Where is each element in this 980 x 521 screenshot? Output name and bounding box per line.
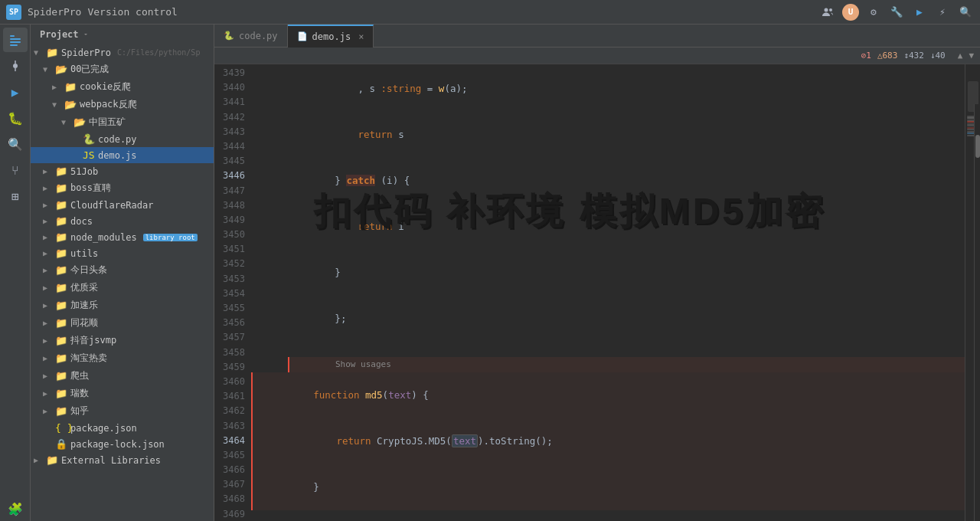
debug-icon[interactable]: ⚡: [934, 4, 951, 21]
tree-item-webpack[interactable]: ▼ 📂 webpack反爬: [31, 96, 214, 113]
code-line-3445: [251, 342, 965, 357]
editor-toolbar: ⊘1 △683 ↕432 ↓40 ▲ ▼: [214, 48, 980, 64]
code-line-3442: return i: [251, 204, 965, 250]
tree-item-jinritoutiao[interactable]: ▶ 📁 今日头条: [31, 261, 214, 279]
tree-item-douyinjsvmp[interactable]: ▶ 📁 抖音jsvmp: [31, 332, 214, 349]
people-icon[interactable]: [819, 4, 836, 21]
search-global-icon[interactable]: 🔍: [957, 4, 974, 21]
svg-point-6: [13, 64, 18, 68]
sidebar-icon-run[interactable]: ▶: [3, 80, 28, 104]
sidebar-icon-extensions[interactable]: 🧩: [3, 496, 28, 521]
sidebar-icon-debug[interactable]: 🐛: [3, 106, 28, 130]
error-count[interactable]: ⊘1: [861, 51, 871, 61]
tab-demojs[interactable]: 📄 demo.js ×: [288, 25, 374, 48]
tree-item-spiderpro[interactable]: ▼ 📁 SpiderPro C:/Files/python/Sp: [31, 44, 214, 61]
info-count1[interactable]: ↕432: [903, 51, 924, 61]
app-name: SpiderPro: [28, 6, 81, 18]
code-line-3444: };: [251, 296, 965, 342]
app-logo: SP: [6, 5, 21, 20]
show-usages-label-1[interactable]: Show usages: [288, 357, 965, 372]
sidebar-icon-search[interactable]: 🔍: [3, 132, 28, 156]
code-content[interactable]: , s :string = w(a); return s } catch (i)…: [251, 64, 965, 521]
tree-item-pachong[interactable]: ▶ 📁 爬虫: [31, 367, 214, 385]
tree-item-cookie[interactable]: ▶ 📁 cookie反爬: [31, 78, 214, 96]
sidebar-icon-rail: ▶ 🐛 🔍 ⑂ ⊞ 🧩: [0, 25, 31, 521]
tree-item-cloudflare[interactable]: ▶ 📁 CloudflareRadar: [31, 197, 214, 213]
svg-rect-4: [10, 41, 21, 43]
code-line-3443: }: [251, 250, 965, 296]
tree-item-51job[interactable]: ▶ 📁 51Job: [31, 163, 214, 179]
line-numbers: 3439 3440 3441 3442 3443 3444 3445 3446 …: [214, 64, 251, 521]
tab-bar: 🐍 code.py 📄 demo.js ×: [214, 25, 980, 48]
vertical-scrollbar-track[interactable]: [974, 104, 980, 521]
tree-item-boss[interactable]: ▶ 📁 boss直聘: [31, 179, 214, 197]
tree-item-nodemodules[interactable]: ▶ 📁 node_modules library root: [31, 229, 214, 245]
sidebar-icon-git[interactable]: ⑂: [3, 158, 28, 182]
tree-item-jiasule[interactable]: ▶ 📁 加速乐: [31, 297, 214, 314]
svg-rect-3: [10, 38, 21, 40]
svg-point-1: [829, 8, 832, 11]
tree-item-utils[interactable]: ▶ 📁 utils: [31, 245, 214, 261]
code-line-3449: [251, 510, 965, 521]
svg-rect-5: [10, 44, 18, 46]
tree-item-packagelockjson[interactable]: ▶ 🔒 package-lock.json: [31, 436, 214, 452]
tab-codepy[interactable]: 🐍 code.py: [214, 25, 288, 48]
minimap: [965, 64, 980, 521]
title-bar: SP SpiderPro Version control U ⚙ 🔧 ▶ ⚡ 🔍: [0, 0, 980, 25]
title-bar-actions: U ⚙ 🔧 ▶ ⚡ 🔍: [819, 4, 974, 21]
tree-item-docs[interactable]: ▶ 📁 docs: [31, 213, 214, 229]
tree-item-youzhi[interactable]: ▶ 📁 优质采: [31, 279, 214, 297]
code-line-3447: return CryptoJS.MD5(text).toString();: [251, 418, 965, 464]
tab-demojs-label: demo.js: [312, 31, 351, 42]
code-line-3439: , s :string = w(a);: [251, 66, 965, 112]
python-file-icon: 🐍: [224, 31, 234, 41]
version-control-menu[interactable]: Version control: [87, 6, 177, 18]
settings-icon[interactable]: ⚙: [865, 4, 882, 21]
code-editor[interactable]: 扣代码 补环境 模拟MD5加密 3439 3440 3441 3442 3443…: [214, 64, 980, 521]
file-tree: Project ▼ 📁 SpiderPro C:/Files/python/Sp…: [31, 25, 214, 521]
js-file-icon: 📄: [297, 31, 308, 41]
code-line-3446: function md5(text) {: [251, 372, 965, 418]
svg-rect-2: [10, 35, 15, 37]
tab-codepy-label: code.py: [239, 31, 278, 41]
tree-item-zhongguowukuang[interactable]: ▼ 📂 中国五矿: [31, 113, 214, 131]
sidebar-icon-project[interactable]: [3, 28, 28, 52]
tree-item-external-libraries[interactable]: ▶ 📁 External Libraries: [31, 452, 214, 468]
tree-item-taobao[interactable]: ▶ 📁 淘宝热卖: [31, 349, 214, 367]
tree-item-tonghuashun[interactable]: ▶ 📁 同花顺: [31, 314, 214, 332]
tree-item-ruishu[interactable]: ▶ 📁 瑞数: [31, 385, 214, 402]
scroll-up-btn[interactable]: ▲: [958, 51, 963, 61]
tree-item-codepy[interactable]: ▶ 🐍 code.py: [31, 131, 214, 147]
sidebar-icon-layers[interactable]: ⊞: [3, 184, 28, 208]
sidebar-icon-commits[interactable]: [3, 54, 28, 78]
tree-header: Project: [31, 25, 214, 44]
tree-item-00complete[interactable]: ▼ 📂 00已完成: [31, 61, 214, 78]
user-avatar[interactable]: U: [842, 4, 859, 21]
tree-item-demojs[interactable]: ▶ JS demo.js: [31, 147, 214, 163]
main-layout: ▶ 🐛 🔍 ⑂ ⊞ 🧩 Project ▼ 📁 SpiderPro C:/Fil…: [0, 25, 980, 521]
warning-count[interactable]: △683: [877, 51, 898, 61]
tree-item-zhihu[interactable]: ▶ 📁 知乎: [31, 402, 214, 420]
tools-icon[interactable]: 🔧: [888, 4, 905, 21]
svg-point-0: [825, 8, 828, 11]
scroll-down-btn[interactable]: ▼: [969, 51, 974, 61]
toolbar-indicators: ⊘1 △683 ↕432 ↓40 ▲ ▼: [861, 51, 974, 61]
tab-close-button[interactable]: ×: [358, 31, 364, 42]
run-icon[interactable]: ▶: [911, 4, 928, 21]
code-line-3441: } catch (i) {: [251, 158, 965, 204]
vertical-scrollbar-thumb[interactable]: [975, 135, 980, 158]
info-count2[interactable]: ↓40: [930, 51, 946, 61]
tree-item-packagejson[interactable]: ▶ { } package.json: [31, 420, 214, 436]
code-line-3440: return s: [251, 112, 965, 158]
code-line-3448: }: [251, 464, 965, 510]
editor-area: 🐍 code.py 📄 demo.js × ⊘1 △683 ↕432 ↓40 ▲…: [214, 25, 980, 521]
